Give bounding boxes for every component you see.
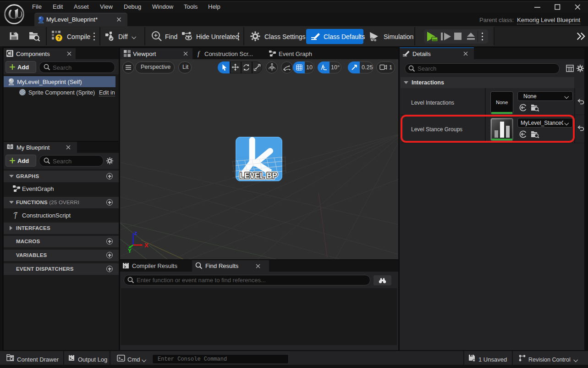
svg-text:X: X (144, 242, 148, 249)
svg-text:?: ? (57, 35, 60, 41)
svg-text:z: z (134, 229, 137, 236)
svg-text:Y: Y (128, 248, 132, 254)
svg-text:LEVEL BP: LEVEL BP (240, 171, 277, 180)
